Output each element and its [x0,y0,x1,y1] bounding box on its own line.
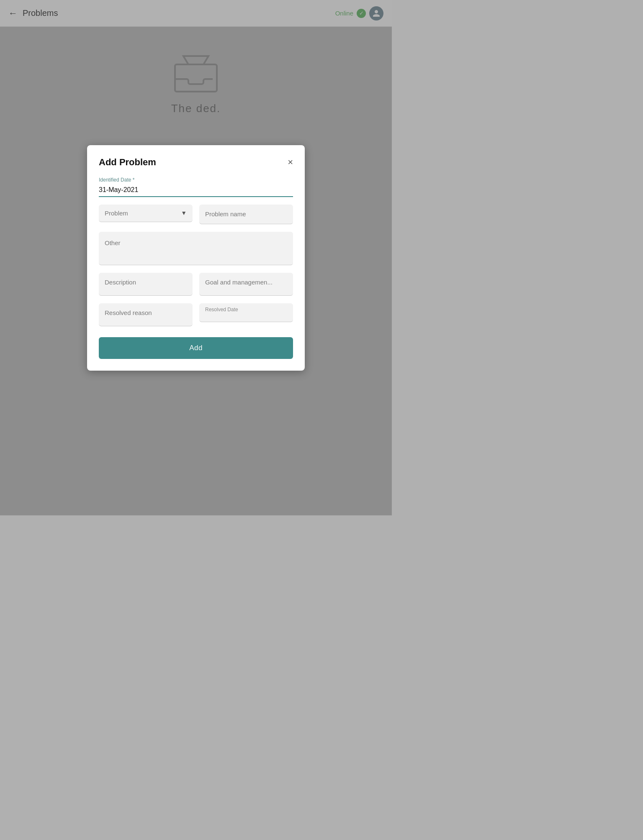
modal-header: Add Problem × [99,157,293,168]
resolved-row: Resolved reason Resolved Date [99,303,293,334]
desc-goal-row: Description Goal and managemen... [99,273,293,303]
goal-field[interactable]: Goal and managemen... [199,273,293,296]
add-button[interactable]: Add [99,337,293,359]
identified-date-label: Identified Date * [99,177,293,183]
resolved-date-field[interactable]: Resolved Date [199,303,293,322]
problem-dropdown-text: Problem [105,210,128,217]
problem-name-field[interactable]: Problem name [199,205,293,224]
resolved-reason-group: Resolved reason [99,303,193,326]
resolved-reason-field[interactable]: Resolved reason [99,303,193,326]
problem-name-group: Problem name [199,205,293,224]
other-field[interactable]: Other [99,232,293,265]
identified-date-group: Identified Date * [99,177,293,197]
modal-title: Add Problem [99,157,156,168]
problem-name-placeholder: Problem name [205,210,246,218]
chevron-down-icon: ▼ [181,210,187,216]
goal-placeholder: Goal and managemen... [205,279,273,286]
description-field[interactable]: Description [99,273,193,296]
description-group: Description [99,273,193,296]
modal-overlay: Add Problem × Identified Date * Problem … [0,0,392,515]
identified-date-input[interactable] [99,184,293,197]
resolved-reason-placeholder: Resolved reason [105,309,152,316]
problem-dropdown[interactable]: Problem ▼ [99,205,193,222]
add-problem-modal: Add Problem × Identified Date * Problem … [87,145,305,371]
problem-dropdown-group: Problem ▼ [99,205,193,224]
description-placeholder: Description [105,279,136,286]
close-button[interactable]: × [288,158,293,167]
resolved-date-label: Resolved Date [205,307,287,312]
problem-row: Problem ▼ Problem name [99,205,293,232]
other-placeholder: Other [105,239,121,246]
goal-group: Goal and managemen... [199,273,293,296]
other-group: Other [99,232,293,265]
resolved-date-group: Resolved Date [199,303,293,326]
